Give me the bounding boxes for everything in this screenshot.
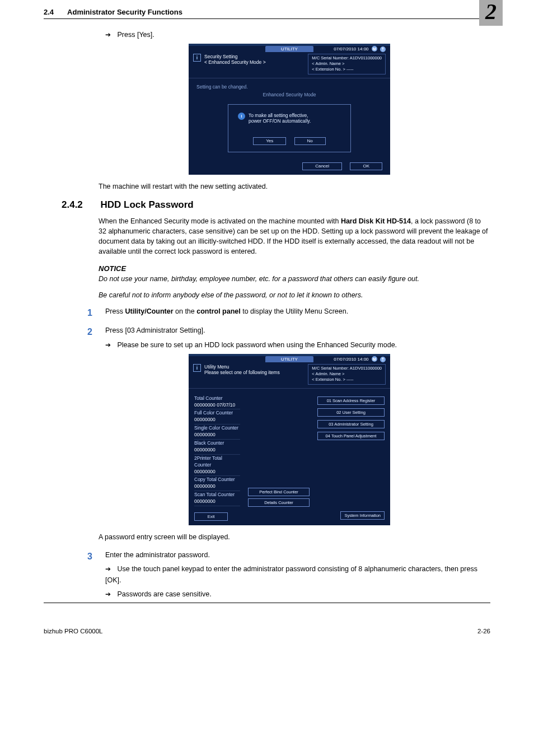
restart-msg: The machine will restart with the new se… (99, 181, 490, 192)
ok-button[interactable]: OK (350, 162, 382, 170)
counter-row: Single Color Counter00000000 (194, 425, 240, 440)
screen1-date: 07/07/2010 14:00 (334, 46, 368, 52)
screen2-title1: Utility Menu (204, 364, 280, 370)
no-button[interactable]: No (294, 137, 326, 145)
screen1-modal: i To make all setting effective, power O… (228, 104, 351, 152)
intro-paragraph: When the Enhanced Security mode is activ… (99, 216, 490, 257)
menu-button-3[interactable]: 04 Touch Panel Adjustment (317, 432, 385, 440)
counters-column: Total Counter00000000 07/07/10Full Color… (194, 395, 240, 507)
menu-button-1[interactable]: 02 User Setting (317, 408, 385, 417)
counter-row: Scan Total Counter00000000 (194, 492, 240, 506)
menu-button-0[interactable]: 01 Scan Address Register (317, 396, 385, 405)
info-icon-2: i (193, 364, 201, 372)
screen2-serial: M/C Serial Number: A1DV011000000 (312, 366, 382, 371)
after-screen2: A password entry screen will be displaye… (99, 532, 490, 542)
step-3-number: 3 (87, 550, 105, 600)
notice-line1: Do not use your name, birthday, employee… (99, 274, 490, 284)
step2-arrow: Please be sure to set up an HDD lock pas… (105, 340, 490, 351)
counter-row: Black Counter00000000 (194, 440, 240, 455)
details-counter-button[interactable]: Details Counter (248, 498, 310, 507)
cancel-button[interactable]: Cancel (302, 162, 342, 170)
info-icon: i (193, 54, 201, 62)
screen1-title1: Security Setting (204, 54, 266, 59)
counter-row: 2Printer Total Counter00000000 (194, 455, 240, 477)
step3-arrow-b-text: Passwords are case sensitive. (117, 590, 211, 598)
footer-page: 2-26 (477, 628, 490, 634)
press-yes-line: Press [Yes]. (105, 29, 490, 40)
screen1-sub: Enhanced Security Mode (196, 92, 382, 97)
notice-line2: Be careful not to inform anybody else of… (99, 290, 490, 301)
screen2-admin: < Admin. Name > (312, 371, 382, 377)
press-yes-text: Press [Yes]. (117, 31, 154, 39)
screen2-date: 07/07/2010 14:00 (334, 357, 368, 362)
step1-a: Press (105, 307, 125, 315)
intro-part1: When the Enhanced Security mode is activ… (99, 217, 341, 225)
remaining-icon: ⇡ (380, 46, 386, 52)
header-section-title: Administrator Security Functions (67, 8, 490, 16)
step1-b: Utility/Counter (125, 307, 173, 315)
perfect-bind-button[interactable]: Perfect Bind Counter (248, 488, 310, 496)
memory-icon-2: M (372, 356, 377, 362)
step-3-body: Enter the administrator password. (105, 550, 490, 561)
screen2-title2: Please select one of following items (204, 370, 280, 375)
screen1-serial: M/C Serial Number: A1DV011000000 (312, 55, 382, 61)
footer-model: bizhub PRO C6000L (44, 628, 102, 634)
yes-button[interactable]: Yes (253, 137, 286, 145)
step-2-number: 2 (87, 325, 105, 351)
info-circle-icon: i (238, 113, 245, 120)
step-1-body: Press Utility/Counter on the control pan… (105, 306, 490, 320)
section-title: HDD Lock Password (100, 199, 193, 210)
menu-button-2[interactable]: 03 Administrator Setting (317, 420, 385, 428)
intro-bold: Hard Disk Kit HD-514 (341, 217, 411, 225)
step1-e: to display the Utility Menu Screen. (241, 307, 348, 315)
step3-arrow-a: Use the touch panel keypad to enter the … (105, 564, 490, 586)
right-menu-column: 01 Scan Address Register02 User Setting0… (317, 395, 385, 507)
screen2-ext: < Extension No. > ----- (312, 377, 382, 382)
counter-row: Total Counter00000000 07/07/10 (194, 395, 240, 410)
header-section-num: 2.4 (44, 8, 54, 16)
step3-arrow-b: Passwords are case sensitive. (105, 589, 490, 600)
embedded-screenshot-2: 07/07/2010 14:00 M ⇡ UTILITY i Utility M… (189, 354, 390, 525)
header-rule (44, 18, 490, 19)
utility-tab-2: UTILITY (265, 356, 313, 362)
step1-c: on the (174, 307, 197, 315)
footer-rule (44, 603, 490, 603)
screen1-title2: < Enhanced Security Mode > (204, 59, 266, 65)
section-num: 2.4.2 (62, 199, 99, 211)
screen1-admin: < Admin. Name > (312, 61, 382, 67)
screen1-ext: < Extension No. > ----- (312, 67, 382, 72)
exit-button[interactable]: Exit (194, 512, 228, 521)
step2-arrow-text: Please be sure to set up an HDD lock pas… (117, 341, 397, 349)
step3-arrow-a-text: Use the touch panel keypad to enter the … (105, 565, 477, 584)
step-2-body: Press [03 Administrator Setting]. (105, 325, 490, 336)
counter-row: Full Color Counter00000000 (194, 410, 240, 424)
embedded-screenshot-1: 07/07/2010 14:00 M ⇡ UTILITY i Security … (189, 44, 390, 174)
chapter-number-badge: 2 (479, 0, 503, 26)
step1-d: control panel (196, 307, 240, 315)
screen1-modal-msg1: To make all setting effective, (249, 113, 311, 118)
step-1-number: 1 (87, 306, 105, 320)
utility-tab: UTILITY (265, 46, 313, 52)
counter-row: Copy Total Counter00000000 (194, 477, 240, 491)
remaining-icon-2: ⇡ (380, 357, 386, 362)
system-info-button[interactable]: System Information (340, 511, 385, 520)
screen1-heading: Setting can be changed. (196, 84, 382, 90)
memory-icon: M (372, 46, 377, 52)
notice-heading: NOTICE (99, 264, 490, 273)
screen1-modal-msg2: power OFF/ON automatically. (249, 118, 311, 124)
